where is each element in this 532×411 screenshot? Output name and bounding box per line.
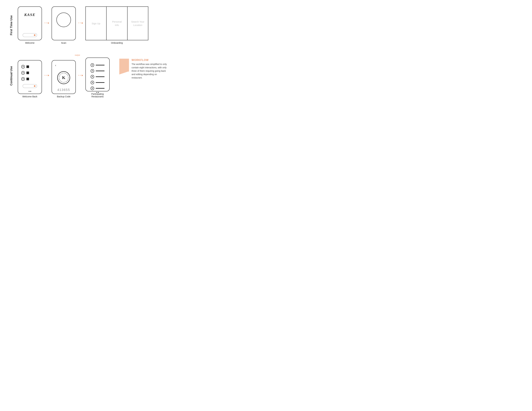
welcome-label: Welcome [25, 42, 35, 44]
restaurants-label: Participating Restaurants [91, 93, 104, 98]
welcome-back-screen-group: ✕ ✕ ✕ [18, 60, 42, 98]
onboarding-label: Onboarding [111, 42, 123, 44]
restaurant-item-2: ✕ [89, 69, 106, 73]
arrow-line-1 [45, 23, 49, 23]
restaurant-item-4: ✕ [89, 81, 106, 84]
backup-logo-outer: K [57, 71, 70, 84]
restaurant-item-5: ✕ [89, 86, 106, 90]
r-bar-5 [96, 88, 104, 89]
backup-k-letter: K [62, 75, 65, 80]
onboarding-personal-text: PersonalInfo [112, 20, 122, 27]
r-x-icon-5: ✕ [91, 86, 94, 90]
continual-use-section: Continual Use swipe ✕ [10, 54, 168, 98]
continual-screens-row: ✕ ✕ ✕ [18, 57, 110, 98]
square-3 [27, 78, 29, 80]
swipe-label: swipe [75, 54, 80, 56]
first-time-use-label: First Time Use [10, 15, 15, 35]
page: First Time Use KASE Welcome [10, 6, 168, 98]
dot-2 [30, 91, 31, 92]
welcome-button[interactable] [23, 33, 37, 37]
backup-phone-frame: ‹ K 413655 [52, 60, 76, 94]
welcome-back-label: Welcome Back [22, 95, 37, 98]
workflow-slash [119, 71, 129, 75]
restaurants-screen-group: ✕ ✕ ✕ [86, 57, 110, 98]
onboarding-screens: Sign Up PersonalInfo Search YourLocation [86, 6, 148, 40]
dot-1 [29, 91, 29, 92]
welcome-screen-group: KASE Welcome [18, 6, 42, 44]
continual-use-label: Continual Use [10, 66, 15, 86]
welcome-back-list: ✕ ✕ ✕ [20, 63, 40, 83]
scan-phone-frame [52, 6, 76, 40]
backup-label: Backup Code [57, 95, 70, 98]
onboarding-location-text: Search YourLocation [131, 20, 144, 27]
continual-use-content: swipe ✕ [18, 54, 168, 98]
backup-screen-group: ‹ K 413655 Backup Code [52, 60, 76, 98]
backup-logo-inner: K [59, 73, 68, 83]
x-icon-3: ✕ [21, 77, 25, 81]
button-dot [34, 34, 36, 36]
r-x-icon-1: ✕ [91, 63, 94, 67]
scan-circle [57, 13, 71, 27]
r-bar-2 [96, 71, 104, 71]
first-time-use-section: First Time Use KASE Welcome [10, 6, 168, 44]
backup-code: 413655 [57, 88, 70, 92]
onboarding-frame-signup: Sign Up [86, 6, 106, 40]
welcome-phone-frame: KASE [18, 6, 42, 40]
x-icon-2: ✕ [21, 71, 25, 75]
list-item-3: ✕ [20, 77, 40, 81]
swipe-label-row: swipe [45, 54, 110, 57]
scan-label: Scan [61, 42, 66, 44]
scan-screen-group: Scan [52, 6, 76, 44]
first-time-screens-row: KASE Welcome [18, 6, 168, 44]
welcome-back-dots [29, 91, 31, 92]
r-x-icon-4: ✕ [91, 81, 94, 84]
welcome-back-phone-frame: ✕ ✕ ✕ [18, 60, 42, 94]
welcome-back-button[interactable] [23, 84, 37, 88]
continual-screens-with-swipe: swipe ✕ [18, 54, 110, 98]
workflow-accent-block [119, 59, 129, 72]
workflow-title: WORKFLOW [132, 59, 167, 62]
restaurant-item-3: ✕ [89, 75, 106, 78]
workflow-box: WORKFLOW The workflow was simplified to … [119, 59, 167, 79]
onboarding-frame-location: Search YourLocation [127, 6, 148, 40]
arrow-welcome-to-scan [45, 23, 49, 23]
r-x-icon-3: ✕ [91, 75, 94, 78]
restaurants-dots [96, 92, 99, 93]
x-icon-1: ✕ [21, 65, 25, 68]
restaurant-item-1: ✕ [89, 63, 106, 67]
list-item-1: ✕ [20, 65, 40, 68]
onboarding-screen-group: Sign Up PersonalInfo Search YourLocation… [86, 6, 148, 44]
arrow-line-3 [78, 75, 83, 75]
r-dot-1 [96, 92, 97, 93]
welcome-logo: KASE [24, 13, 35, 17]
swipe-arrow-container [45, 75, 49, 75]
square-2 [27, 72, 29, 74]
button-dot-back [34, 85, 36, 87]
r-bar-4 [96, 82, 104, 83]
arrow-line-2 [78, 23, 83, 23]
r-bar-3 [96, 76, 104, 77]
restaurants-list: ✕ ✕ ✕ [88, 62, 107, 91]
workflow-body: The workflow was simplified to only cont… [132, 63, 167, 79]
square-1 [27, 65, 29, 68]
restaurants-phone-frame: ✕ ✕ ✕ [86, 57, 110, 91]
r-dot-2 [98, 92, 99, 93]
first-time-use-content: KASE Welcome [18, 6, 168, 44]
arrow-container-2 [78, 75, 83, 75]
r-x-icon-2: ✕ [91, 69, 94, 73]
onboarding-signup-text: Sign Up [92, 22, 100, 25]
back-arrow[interactable]: ‹ [55, 64, 56, 67]
workflow-accent-container [119, 59, 129, 72]
list-item-2: ✕ [20, 71, 40, 75]
arrow-scan-to-onboarding [78, 23, 83, 23]
continual-use-main: swipe ✕ [18, 54, 168, 98]
workflow-text-block: WORKFLOW The workflow was simplified to … [132, 59, 167, 79]
r-bar-1 [96, 65, 104, 65]
swipe-arrow-line [45, 75, 49, 75]
onboarding-frame-personal: PersonalInfo [106, 6, 127, 40]
